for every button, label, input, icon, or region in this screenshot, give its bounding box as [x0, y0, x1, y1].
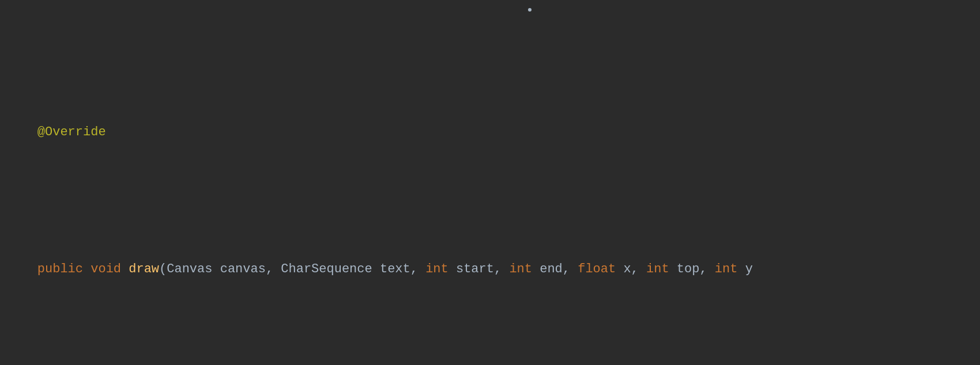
method-draw: draw — [129, 262, 159, 276]
kw-int-3: int — [646, 262, 669, 276]
kw-public: public — [37, 262, 83, 276]
annotation-override: @Override — [37, 125, 106, 139]
code-editor[interactable]: @Override public void draw(Canvas canvas… — [0, 0, 980, 365]
kw-int-2: int — [509, 262, 532, 276]
line-1: @Override — [5, 102, 980, 161]
kw-void: void — [91, 262, 121, 276]
kw-float: float — [578, 262, 616, 276]
kw-int-1: int — [425, 262, 448, 276]
cursor — [528, 8, 532, 12]
kw-int-4: int — [715, 262, 738, 276]
line-2: public void draw(Canvas canvas, CharSequ… — [5, 240, 980, 299]
